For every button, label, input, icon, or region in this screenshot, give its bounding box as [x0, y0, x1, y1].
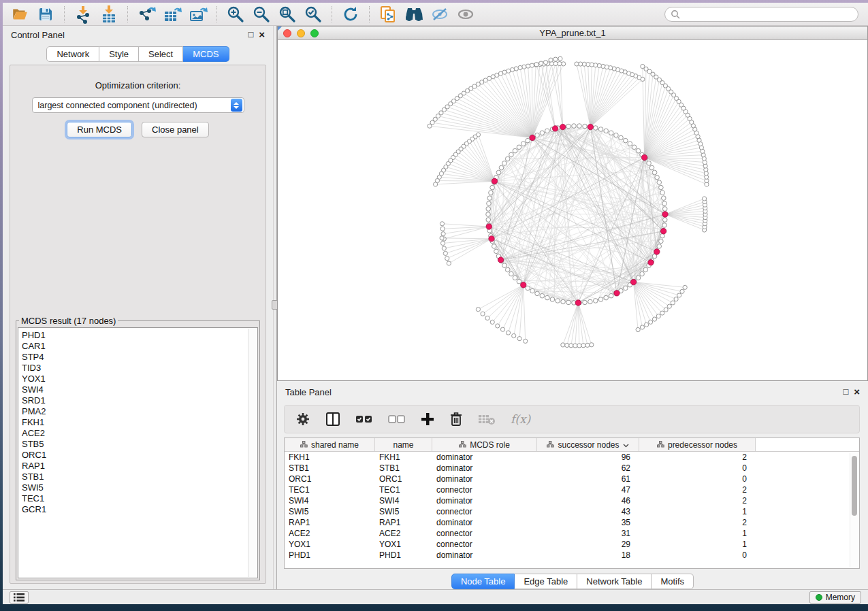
select-all-columns-icon[interactable] [355, 414, 373, 424]
float-icon[interactable]: □ [248, 31, 253, 39]
cell-successor-nodes: 47 [537, 484, 639, 495]
import-network-icon[interactable] [71, 5, 95, 24]
refresh-icon[interactable] [339, 5, 362, 24]
tab-node-table[interactable]: Node Table [451, 574, 515, 589]
list-item[interactable]: STP4 [22, 352, 248, 363]
app-window: Control Panel □ × NetworkStyleSelectMCDS… [3, 3, 868, 604]
import-table-icon[interactable] [97, 5, 120, 24]
delete-table-icon[interactable] [478, 413, 496, 425]
cell-mcds-role: dominator [432, 495, 537, 506]
function-builder-icon[interactable]: f(x) [511, 412, 530, 426]
column-header-predecessor-nodes[interactable]: predecessor nodes [639, 438, 756, 451]
tab-mcds[interactable]: MCDS [183, 46, 229, 62]
cell-mcds-role: connector [432, 484, 537, 495]
float-icon[interactable]: □ [843, 388, 848, 396]
list-item[interactable]: SWI5 [22, 482, 248, 493]
mcds-list-scrollbar[interactable] [248, 329, 257, 577]
list-item[interactable]: RAP1 [22, 461, 248, 472]
cell-shared-name: FKH1 [285, 452, 375, 463]
zoom-selected-icon[interactable] [302, 5, 325, 24]
duplicate-network-icon[interactable] [376, 5, 400, 24]
search-box[interactable] [664, 7, 858, 22]
table-row[interactable]: SWI4SWI4dominator462 [285, 495, 859, 506]
save-icon[interactable] [34, 5, 57, 24]
table-row[interactable]: SWI5SWI5connector431 [285, 506, 859, 517]
memory-status-icon [816, 594, 822, 601]
list-item[interactable]: YOX1 [22, 374, 248, 384]
table-row[interactable]: STB1STB1dominator620 [285, 463, 859, 474]
cell-predecessor-nodes: 0 [639, 474, 756, 484]
tab-select[interactable]: Select [139, 46, 183, 62]
column-layout-icon[interactable] [325, 412, 340, 427]
list-item[interactable]: STB1 [22, 472, 248, 482]
table-scrollbar-thumb[interactable] [852, 456, 857, 516]
tab-edge-table[interactable]: Edge Table [515, 574, 577, 589]
deselect-all-columns-icon[interactable] [388, 414, 406, 424]
zoom-out-icon[interactable] [250, 5, 273, 24]
show-eye-icon[interactable] [454, 5, 477, 24]
tree-icon [657, 440, 664, 450]
table-row[interactable]: YOX1YOX1connector291 [285, 539, 859, 550]
cell-shared-name: STB1 [285, 463, 375, 474]
hide-eye-icon[interactable] [428, 5, 451, 24]
delete-column-icon[interactable] [449, 412, 463, 427]
close-icon[interactable]: × [854, 388, 860, 396]
cell-mcds-role: connector [432, 506, 537, 517]
gear-icon[interactable] [295, 412, 310, 427]
table-row[interactable]: PHD1PHD1dominator180 [285, 550, 859, 561]
run-mcds-button[interactable]: Run MCDS [67, 122, 132, 137]
table-row[interactable]: TEC1TEC1connector472 [285, 484, 859, 495]
cell-name: YOX1 [375, 539, 432, 550]
zoom-fit-icon[interactable] [276, 5, 299, 24]
memory-button[interactable]: Memory [809, 591, 861, 604]
column-header-label: successor nodes [558, 440, 619, 450]
task-history-button[interactable] [10, 591, 29, 604]
column-header-name[interactable]: name [375, 438, 432, 451]
table-scrollbar[interactable] [850, 453, 858, 567]
table-row[interactable]: FKH1FKH1dominator962 [285, 452, 859, 463]
list-item[interactable]: SRD1 [22, 395, 248, 406]
network-window-titlebar[interactable]: YPA_prune.txt_1 [278, 27, 867, 40]
list-item[interactable]: FKH1 [22, 417, 248, 428]
export-image-icon[interactable] [187, 5, 210, 24]
export-network-icon[interactable] [135, 5, 158, 24]
table-row[interactable]: ORC1ORC1dominator610 [285, 474, 859, 484]
tab-style[interactable]: Style [99, 46, 139, 62]
tab-network[interactable]: Network [46, 46, 99, 62]
list-item[interactable]: ORC1 [22, 450, 248, 461]
list-item[interactable]: GCR1 [22, 504, 248, 515]
network-graph[interactable] [278, 40, 867, 378]
column-header-successor-nodes[interactable]: successor nodes [537, 438, 639, 451]
list-item[interactable]: PHD1 [22, 330, 248, 341]
column-header-mcds-role[interactable]: MCDS role [432, 438, 537, 451]
cell-predecessor-nodes: 1 [639, 539, 756, 550]
cell-predecessor-nodes: 0 [639, 463, 756, 474]
cell-predecessor-nodes: 1 [639, 528, 756, 539]
list-item[interactable]: SWI4 [22, 384, 248, 395]
network-canvas[interactable] [278, 40, 867, 380]
table-row[interactable]: RAP1RAP1dominator352 [285, 517, 859, 528]
binoculars-icon[interactable] [402, 5, 425, 24]
open-file-icon[interactable] [8, 5, 31, 24]
column-header-shared-name[interactable]: shared name [285, 438, 375, 451]
list-item[interactable]: CAR1 [22, 341, 248, 352]
optimization-dropdown[interactable]: largest connected component (undirected) [32, 97, 244, 113]
table-row[interactable]: ACE2ACE2connector311 [285, 528, 859, 539]
close-panel-button[interactable]: Close panel [142, 122, 209, 137]
add-column-icon[interactable] [421, 412, 434, 426]
cell-predecessor-nodes: 2 [639, 452, 756, 463]
list-item[interactable]: ACE2 [22, 428, 248, 439]
list-item[interactable]: STB5 [22, 439, 248, 450]
search-input[interactable] [683, 10, 852, 19]
close-icon[interactable]: × [259, 31, 265, 39]
list-item[interactable]: PMA2 [22, 406, 248, 417]
list-item[interactable]: TEC1 [22, 493, 248, 504]
list-icon [13, 593, 25, 602]
cell-predecessor-nodes: 2 [639, 495, 756, 506]
zoom-in-icon[interactable] [224, 5, 247, 24]
tab-network-table[interactable]: Network Table [577, 574, 652, 589]
export-table-icon[interactable] [161, 5, 184, 24]
tab-motifs[interactable]: Motifs [652, 574, 694, 589]
list-item[interactable]: TID3 [22, 363, 248, 374]
cell-mcds-role: connector [432, 539, 537, 550]
